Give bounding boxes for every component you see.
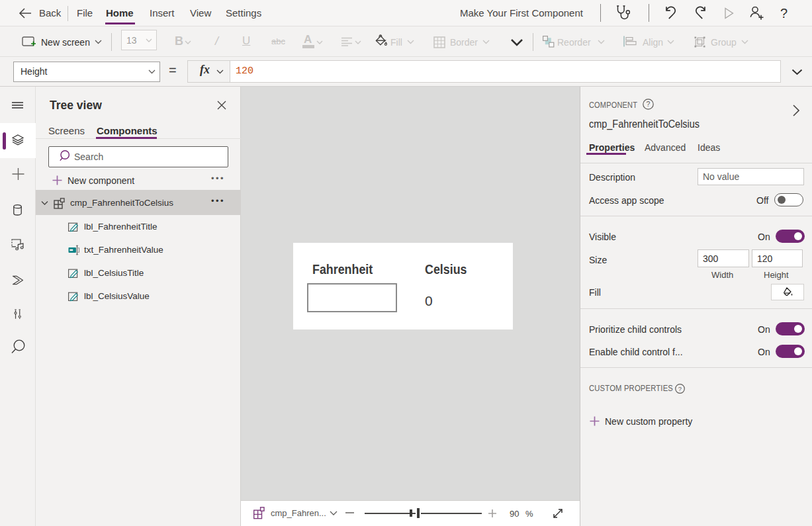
svg-text:?: ? — [647, 100, 651, 108]
svg-text:?: ? — [678, 385, 682, 392]
